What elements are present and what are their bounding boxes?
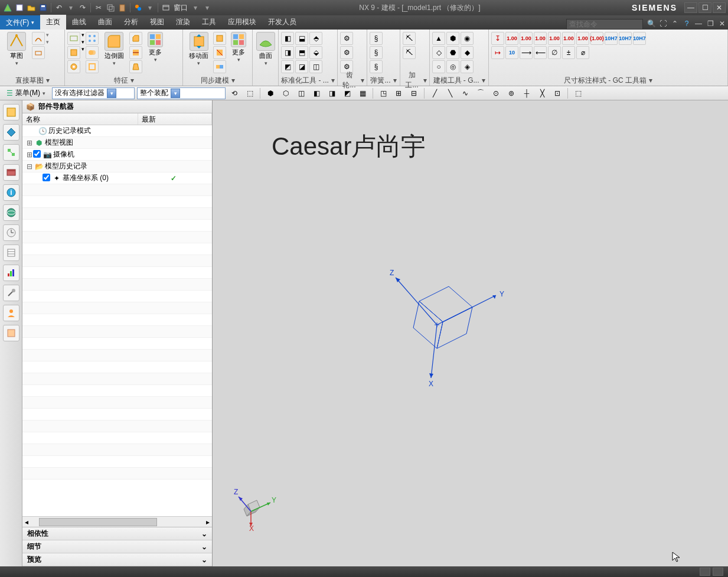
mod-tool-7[interactable]: ◉ [461, 32, 474, 45]
hd3d-icon[interactable]: i [3, 184, 19, 201]
move-face-button[interactable]: 移动面 ▾ [185, 31, 212, 67]
tree-row-cameras[interactable]: ⊞ 📷 摄像机 [22, 149, 212, 161]
tool-icon[interactable] [3, 285, 19, 301]
delete-face-button[interactable] [213, 46, 226, 59]
sel-tool-6[interactable]: ◧ [310, 87, 323, 99]
mach-tool-1[interactable]: ⛏ [403, 32, 416, 45]
dim-tool-b2[interactable]: ⟵ [534, 46, 547, 59]
sel-tool-2[interactable]: ⬚ [243, 87, 256, 99]
sel-tool-12[interactable]: ⊟ [407, 87, 420, 99]
dim-val-7[interactable]: 10H7 [605, 32, 618, 45]
std-tool-6[interactable]: ◪ [295, 60, 308, 73]
dim-tool-a1[interactable]: ↧ [491, 32, 504, 45]
snap-perp-icon[interactable]: ⊚ [505, 87, 518, 99]
save-icon[interactable] [38, 2, 48, 13]
qat-customize-icon[interactable]: ▾ [202, 2, 213, 13]
spring-tool-1[interactable]: § [370, 32, 383, 45]
shell-button[interactable] [86, 60, 99, 73]
std-tool-8[interactable]: ⬙ [309, 46, 322, 59]
datum-plane-button[interactable] [67, 32, 80, 45]
minimize-button[interactable]: — [684, 2, 697, 13]
pattern-button[interactable] [86, 32, 99, 45]
tree-row-datum-csys[interactable]: ✦ 基准坐标系 (0) ✓ [22, 172, 212, 184]
dim-val-1[interactable]: 1.00 [520, 32, 533, 45]
mod-tool-2[interactable]: ◇ [432, 46, 445, 59]
paste-icon[interactable] [117, 2, 128, 13]
nx-logo-icon[interactable] [2, 2, 13, 13]
open-icon[interactable] [26, 2, 37, 13]
sel-tool-4[interactable]: ⬡ [279, 87, 292, 99]
tab-home[interactable]: 主页 [40, 15, 66, 30]
col-latest[interactable]: 最新 [138, 113, 212, 125]
file-tab[interactable]: 文件(F)▾ [0, 15, 40, 30]
touch-dropdown-icon[interactable]: ▾ [145, 2, 155, 13]
menu-button[interactable]: ☰ 菜单(M) ▾ [2, 86, 50, 100]
dim-val-5[interactable]: 1.00 [576, 32, 589, 45]
tree-row-history-mode[interactable]: 🕓 历史记录模式 [22, 125, 212, 137]
tab-tools[interactable]: 工具 [196, 15, 222, 30]
datum-checkbox[interactable] [43, 174, 50, 181]
sketch-tool-2[interactable] [32, 46, 45, 59]
browser-icon[interactable] [3, 204, 19, 221]
spring-tool-3[interactable]: § [370, 60, 383, 73]
std-tool-7[interactable]: ⬘ [309, 32, 322, 45]
touch-icon[interactable] [133, 2, 143, 13]
redo-icon[interactable]: ↷ [77, 2, 88, 13]
sel-tool-1[interactable]: ⟲ [228, 87, 241, 99]
trim-button[interactable] [129, 46, 142, 59]
sketch-button[interactable]: 草图 ▾ [2, 31, 31, 67]
roles-icon[interactable] [3, 305, 19, 321]
window-icon[interactable] [161, 2, 171, 13]
scrollbar-thumb[interactable] [39, 518, 157, 526]
mach-tool-2[interactable]: ⛏ [403, 46, 416, 59]
dim-val-8[interactable]: 10H7 [619, 32, 632, 45]
minimize-ribbon-icon[interactable]: ⌃ [669, 18, 681, 30]
tree-row-model-views[interactable]: ⊞ ⬢ 模型视图 [22, 137, 212, 149]
status-view-2[interactable] [713, 568, 723, 576]
gear-tool-2[interactable]: ⚙ [340, 46, 353, 59]
snap-point-icon[interactable]: ╲ [443, 87, 456, 99]
sel-tool-8[interactable]: ◩ [341, 87, 354, 99]
tab-analysis[interactable]: 分析 [118, 15, 144, 30]
snap-line-icon[interactable]: ╱ [428, 87, 441, 99]
camera-checkbox[interactable] [33, 150, 41, 158]
dim-tool-b4[interactable]: ± [562, 46, 575, 59]
snap-curve-icon[interactable]: ∿ [459, 87, 472, 99]
command-search-input[interactable] [566, 19, 643, 30]
snap-center-icon[interactable]: ⊡ [551, 87, 564, 99]
search-icon[interactable]: 🔍 [645, 18, 657, 30]
window-dropdown-icon[interactable]: ▾ [190, 2, 201, 13]
accordion-details[interactable]: 细节⌄ [22, 540, 212, 553]
selection-filter-combo[interactable]: 没有选择过滤器 ▾ [52, 87, 135, 99]
replace-face-button[interactable] [213, 60, 226, 73]
tab-developer[interactable]: 开发人员 [262, 15, 302, 30]
mod-tool-3[interactable]: ○ [432, 60, 445, 73]
navigator-scrollbar[interactable]: ◂ ▸ [22, 516, 212, 527]
tab-view[interactable]: 视图 [144, 15, 170, 30]
window-menu-label[interactable]: 窗口 [172, 3, 189, 13]
draft-button[interactable] [129, 60, 142, 73]
system-icon[interactable] [3, 245, 19, 261]
navigator-tree[interactable]: 🕓 历史记录模式 ⊞ ⬢ 模型视图 ⊞ 📷 摄像机 ⊟ 📂 模型历史记录 [22, 125, 212, 516]
cut-icon[interactable]: ✂ [93, 2, 104, 13]
unite-button[interactable] [86, 46, 99, 59]
undo-icon[interactable]: ↶ [54, 2, 64, 13]
sync-more-button[interactable]: 更多 ▾ [227, 31, 250, 64]
std-tool-1[interactable]: ◧ [281, 32, 294, 45]
feature-more-button[interactable]: 更多 ▾ [143, 31, 167, 64]
mod-tool-6[interactable]: ◎ [446, 60, 459, 73]
snap-arc-icon[interactable]: ⌒ [474, 87, 487, 99]
tab-application[interactable]: 应用模块 [222, 15, 262, 30]
more-rail-icon[interactable] [3, 325, 19, 341]
graphics-viewport[interactable]: Caesar卢尚宇 Y X Z X Y [213, 100, 728, 566]
part-navigator-icon[interactable] [3, 104, 19, 120]
close-button[interactable]: ✕ [713, 2, 726, 13]
snap-end-icon[interactable]: ╳ [536, 87, 549, 99]
doc-close-icon[interactable]: ✕ [716, 18, 728, 30]
sel-tool-9[interactable]: ▦ [356, 87, 369, 99]
collapse-icon[interactable]: ⊟ [26, 162, 33, 171]
mod-tool-5[interactable]: ⬣ [446, 46, 459, 59]
fullscreen-icon[interactable]: ⛶ [657, 18, 669, 30]
sel-tool-10[interactable]: ◳ [377, 87, 390, 99]
gear-tool-1[interactable]: ⚙ [340, 32, 353, 45]
